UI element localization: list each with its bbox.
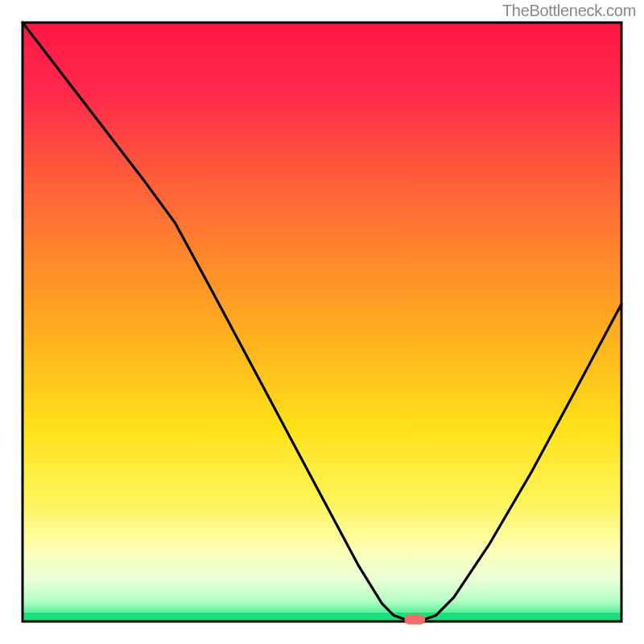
chart-container: TheBottleneck.com [0,0,644,644]
baseline-strip [23,613,621,621]
attribution-text: TheBottleneck.com [502,2,636,20]
plot-area [23,23,621,621]
chart-svg [0,0,644,644]
optimal-marker [404,615,425,625]
